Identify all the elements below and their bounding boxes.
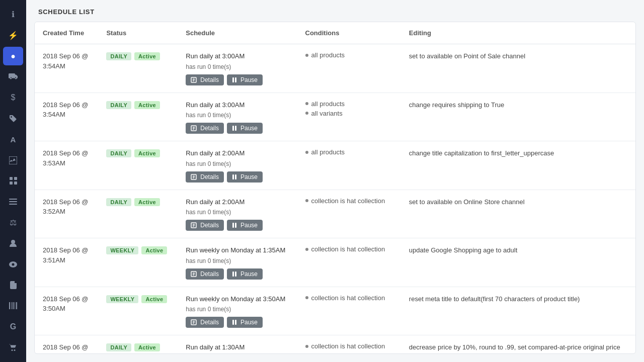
button-group: DetailsPause — [186, 317, 289, 328]
dollar-icon[interactable]: $ — [3, 88, 23, 107]
chart-icon[interactable] — [3, 151, 23, 169]
badge-type: DAILY — [106, 343, 131, 351]
pause-button[interactable]: Pause — [227, 268, 263, 280]
status-cell: DAILYActive — [98, 141, 178, 190]
editing-cell: change title capitalization to first_let… — [401, 141, 635, 190]
run-count: has run 0 time(s) — [186, 257, 289, 264]
svg-rect-35 — [235, 174, 236, 179]
condition-dot — [305, 112, 308, 115]
svg-rect-46 — [232, 272, 234, 277]
button-group: DetailsPause — [186, 74, 289, 85]
doc-icon[interactable] — [3, 276, 23, 294]
editing-cell: decrease price by 10%, round to .99, set… — [401, 335, 635, 354]
col-conditions: Conditions — [297, 22, 401, 44]
status-cell: DAILYActive — [98, 93, 178, 141]
condition-item: all variants — [305, 352, 393, 354]
condition-item: collection is hat collection — [305, 294, 393, 302]
g-icon[interactable]: G — [3, 317, 23, 336]
created-time-value: 2018 Sep 06 @ 3:49AM — [43, 343, 89, 354]
condition-item: all variants — [305, 110, 393, 117]
schedule-cell: Run daily at 3:00AMhas run 0 time(s)Deta… — [178, 93, 297, 141]
condition-text: collection is hat collection — [311, 342, 385, 350]
created-time-cell: 2018 Sep 06 @ 3:54AM — [35, 93, 98, 141]
details-button[interactable]: Details — [186, 317, 224, 328]
schedule-icon[interactable]: ● — [3, 47, 23, 65]
pause-button[interactable]: Pause — [227, 74, 263, 85]
barcode-icon[interactable] — [3, 297, 23, 315]
details-button[interactable]: Details — [186, 171, 224, 183]
conditions-cell: all productsall variants — [297, 93, 401, 141]
table-header-row: Created Time Status Schedule Conditions … — [35, 22, 635, 44]
badge-status: Active — [141, 295, 167, 303]
details-button[interactable]: Details — [186, 123, 224, 134]
pause-button[interactable]: Pause — [227, 317, 263, 328]
table-row: 2018 Sep 06 @ 3:53AMDAILYActiveRun daily… — [35, 141, 635, 190]
pause-button[interactable]: Pause — [227, 220, 263, 231]
pause-button[interactable]: Pause — [227, 123, 263, 134]
run-count: has run 0 time(s) — [186, 160, 289, 167]
editing-cell: reset meta title to default(first 70 cha… — [401, 287, 635, 335]
sidebar: ℹ ⚡ ● $ A ⚖ — [0, 0, 26, 362]
svg-rect-13 — [13, 302, 14, 309]
status-cell: DAILYActive — [98, 190, 178, 238]
balance-icon[interactable]: ⚖ — [3, 213, 23, 232]
condition-text: all variants — [311, 352, 343, 354]
condition-text: all products — [311, 148, 345, 156]
svg-point-16 — [12, 349, 13, 351]
svg-rect-11 — [9, 302, 10, 309]
col-schedule: Schedule — [178, 22, 297, 44]
conditions-cell: collection is hat collection — [297, 190, 401, 238]
person-icon[interactable] — [3, 234, 23, 252]
font-icon[interactable]: A — [3, 130, 23, 148]
schedule-text: Run daily at 3:00AM — [186, 51, 289, 61]
editing-cell: set to available on Point of Sale channe… — [401, 44, 635, 93]
condition-dot — [305, 296, 308, 299]
svg-rect-1 — [10, 177, 13, 180]
table-row: 2018 Sep 06 @ 3:54AMDAILYActiveRun daily… — [35, 93, 635, 141]
condition-item: collection is hat collection — [305, 342, 393, 350]
created-time-cell: 2018 Sep 06 @ 3:52AM — [35, 190, 98, 238]
schedule-text: Run daily at 2:00AM — [186, 197, 289, 207]
created-time-cell: 2018 Sep 06 @ 3:50AM — [35, 287, 98, 335]
condition-item: collection is hat collection — [305, 245, 393, 253]
schedule-cell: Run daily at 2:00AMhas run 0 time(s)Deta… — [178, 190, 297, 238]
condition-dot — [305, 102, 308, 105]
condition-text: collection is hat collection — [311, 294, 385, 302]
pause-button[interactable]: Pause — [227, 171, 263, 183]
status-cell: DAILYActive — [98, 44, 178, 93]
badge-status: Active — [134, 101, 160, 109]
button-group: DetailsPause — [186, 268, 289, 280]
details-button[interactable]: Details — [186, 268, 224, 280]
details-button[interactable]: Details — [186, 220, 224, 231]
run-count: has run 0 time(s) — [186, 112, 289, 119]
grid-icon[interactable] — [3, 171, 23, 190]
details-button[interactable]: Details — [186, 74, 224, 85]
badge-status: Active — [134, 52, 160, 60]
editing-cell: update Google Shopping age to adult — [401, 238, 635, 287]
condition-dot — [305, 54, 308, 57]
cart-icon[interactable] — [3, 338, 23, 357]
svg-point-17 — [14, 349, 16, 351]
badge-status: Active — [134, 343, 160, 351]
list-icon[interactable] — [3, 193, 23, 211]
run-count: has run 0 time(s) — [186, 209, 289, 216]
condition-dot — [305, 345, 308, 348]
created-time-value: 2018 Sep 06 @ 3:51AM — [43, 246, 89, 264]
truck-icon[interactable] — [3, 67, 23, 86]
svg-rect-22 — [232, 77, 234, 82]
svg-rect-47 — [235, 272, 236, 277]
info-icon[interactable]: ℹ — [3, 5, 23, 24]
schedule-table-container[interactable]: Created Time Status Schedule Conditions … — [34, 22, 636, 354]
svg-rect-28 — [232, 126, 234, 131]
schedule-text: Run daily at 3:00AM — [186, 100, 289, 110]
condition-text: collection is hat collection — [311, 197, 385, 205]
tag-icon[interactable] — [3, 109, 23, 128]
bolt-icon[interactable]: ⚡ — [3, 26, 23, 44]
svg-point-10 — [12, 263, 15, 265]
created-time-value: 2018 Sep 06 @ 3:54AM — [43, 101, 89, 119]
eye-icon[interactable] — [3, 255, 23, 274]
svg-rect-12 — [11, 302, 12, 309]
schedule-cell: Run weekly on Monday at 3:50AMhas run 0 … — [178, 287, 297, 335]
condition-text: collection is hat collection — [311, 245, 385, 253]
page-header: SCHEDULE LIST — [26, 0, 644, 22]
